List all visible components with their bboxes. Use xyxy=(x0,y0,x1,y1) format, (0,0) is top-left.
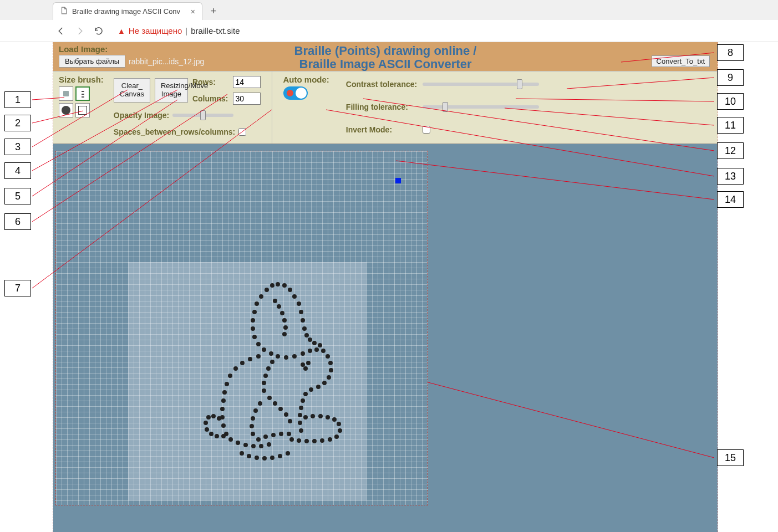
svg-point-50 xyxy=(262,388,266,393)
resizing-move-image-button[interactable]: Resizing/Move Image xyxy=(155,78,188,103)
svg-point-29 xyxy=(276,354,280,359)
svg-point-15 xyxy=(252,335,257,339)
svg-point-70 xyxy=(273,401,277,406)
svg-point-74 xyxy=(258,401,262,406)
reload-button[interactable] xyxy=(93,25,104,37)
browser-tab[interactable]: Braille drawing image ASCII Conv × xyxy=(53,2,202,20)
page-icon xyxy=(60,7,68,16)
columns-input[interactable] xyxy=(233,93,261,105)
svg-point-43 xyxy=(301,362,305,367)
opacity-image-label: Opacity Image: xyxy=(114,111,169,120)
svg-point-45 xyxy=(303,366,308,371)
svg-point-98 xyxy=(278,454,282,458)
auto-mode-label: Auto mode: xyxy=(283,75,329,84)
svg-point-33 xyxy=(308,349,312,353)
toolbar: Size brush: ••••••••• Rows: Clear_ Canva… xyxy=(53,71,718,144)
svg-point-21 xyxy=(269,351,273,356)
svg-point-41 xyxy=(316,385,321,389)
filling-tolerance-label: Filling tolerance: xyxy=(346,103,417,111)
svg-point-96 xyxy=(262,456,267,461)
svg-point-78 xyxy=(251,432,255,436)
dot-grid[interactable] xyxy=(55,151,428,505)
callout-15: 15 xyxy=(717,449,744,466)
url-separator: | xyxy=(185,26,187,35)
svg-point-76 xyxy=(251,416,255,421)
browser-chrome: Braille drawing image ASCII Conv × + ▲ Н… xyxy=(0,0,778,42)
svg-point-102 xyxy=(304,439,309,443)
svg-point-92 xyxy=(267,442,271,447)
svg-point-26 xyxy=(282,318,287,323)
svg-point-99 xyxy=(286,451,290,456)
rabbit-dot-drawing xyxy=(161,273,394,506)
svg-point-30 xyxy=(284,355,288,360)
svg-point-32 xyxy=(301,351,305,356)
svg-point-10 xyxy=(299,310,303,314)
brush-small-square[interactable] xyxy=(59,86,73,101)
svg-point-17 xyxy=(256,342,261,346)
new-tab-button[interactable]: + xyxy=(206,3,221,19)
svg-point-8 xyxy=(297,301,301,306)
tolerance-group: Contrast tolerance: Filling tolerance: I… xyxy=(346,75,545,139)
callout-5: 5 xyxy=(4,188,31,204)
address-field[interactable]: ▲ Не защищено | braille-txt.site xyxy=(112,23,774,39)
svg-point-9 xyxy=(252,310,257,314)
invert-mode-checkbox[interactable] xyxy=(423,126,430,134)
svg-point-94 xyxy=(247,454,251,458)
svg-point-95 xyxy=(255,456,259,460)
svg-point-39 xyxy=(327,375,331,380)
svg-point-91 xyxy=(259,444,263,448)
svg-point-5 xyxy=(259,294,263,299)
svg-point-100 xyxy=(289,437,294,442)
callout-8: 8 xyxy=(717,44,744,61)
chosen-file-name: rabbit_pic...ids_12.jpg xyxy=(129,57,204,66)
svg-point-31 xyxy=(292,354,297,359)
tab-title: Braille drawing image ASCII Conv xyxy=(72,7,186,16)
callout-4: 4 xyxy=(4,162,31,179)
svg-point-67 xyxy=(298,421,302,425)
clear-canvas-button[interactable]: Clear_ Canvas xyxy=(114,78,150,103)
opacity-image-slider[interactable] xyxy=(172,114,233,117)
contrast-tolerance-slider[interactable] xyxy=(423,83,539,86)
svg-point-105 xyxy=(328,437,332,442)
svg-point-72 xyxy=(284,412,288,417)
svg-point-42 xyxy=(309,387,313,392)
svg-point-84 xyxy=(209,432,213,436)
brush-outline-square[interactable] xyxy=(75,103,90,117)
close-icon[interactable]: × xyxy=(191,7,195,16)
svg-point-56 xyxy=(225,382,229,386)
svg-point-53 xyxy=(240,361,245,365)
svg-point-52 xyxy=(248,357,252,361)
tab-bar: Braille drawing image ASCII Conv × + xyxy=(0,0,778,20)
back-button[interactable] xyxy=(55,25,67,37)
svg-point-88 xyxy=(236,441,240,445)
callout-10: 10 xyxy=(717,93,744,110)
svg-point-85 xyxy=(215,434,219,438)
svg-point-63 xyxy=(303,392,308,396)
svg-point-115 xyxy=(263,434,268,439)
convert-to-txt-button[interactable]: Convert_To_txt xyxy=(652,55,710,67)
callout-13: 13 xyxy=(717,168,744,185)
choose-file-button[interactable]: Выбрать файлы xyxy=(59,55,125,68)
callout-14: 14 xyxy=(717,191,744,208)
canvas-area[interactable] xyxy=(53,144,718,532)
svg-point-108 xyxy=(337,422,341,426)
svg-point-89 xyxy=(243,443,248,447)
svg-point-51 xyxy=(256,354,261,359)
svg-point-35 xyxy=(321,349,326,353)
auto-mode-toggle[interactable] xyxy=(283,86,308,100)
svg-point-104 xyxy=(320,438,324,443)
svg-point-87 xyxy=(228,437,233,442)
rows-input[interactable] xyxy=(233,76,261,88)
forward-button[interactable] xyxy=(74,25,85,37)
svg-point-65 xyxy=(299,406,303,410)
brush-big-circle[interactable] xyxy=(59,103,73,117)
svg-point-110 xyxy=(326,415,330,420)
callout-6: 6 xyxy=(4,213,31,230)
brush-dot-grid[interactable]: ••••••••• xyxy=(75,86,90,101)
svg-point-7 xyxy=(255,301,259,306)
filling-tolerance-slider[interactable] xyxy=(423,105,539,109)
svg-point-22 xyxy=(318,343,322,347)
resize-handle[interactable] xyxy=(395,178,401,183)
svg-point-86 xyxy=(221,434,226,438)
spaces-between-checkbox[interactable] xyxy=(238,128,246,136)
